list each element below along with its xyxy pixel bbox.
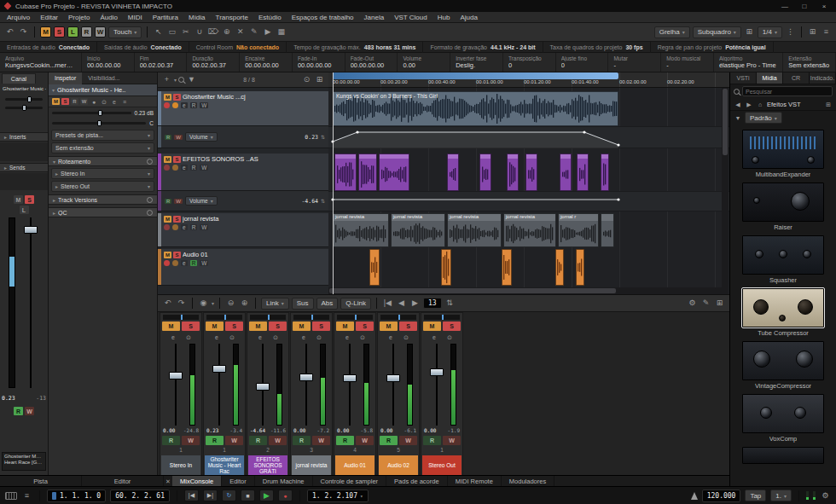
snapshot-icon[interactable]: ⊙	[301, 74, 312, 85]
channel-options-icon[interactable]: ⊙	[445, 333, 454, 341]
mixconsole-settings-icon[interactable]: ⚙	[687, 298, 698, 309]
minimize-button[interactable]: —	[777, 1, 792, 11]
read-automation-button[interactable]: R	[165, 135, 171, 140]
output-level-icon[interactable]: ⚙	[820, 490, 831, 501]
channel-name[interactable]: Stereo Out	[422, 455, 462, 475]
status-record-format[interactable]: Formato de gravação44.1 kHz - 24 bit	[423, 42, 543, 53]
view-options-icon[interactable]: ⊞	[824, 99, 833, 110]
keyboard-icon[interactable]	[5, 492, 17, 500]
track-row-audio01[interactable]: M S Audio 01 e R W	[158, 249, 328, 286]
tempo-display[interactable]: 120.000	[702, 490, 741, 502]
tab-drum-machine[interactable]: Drum Machine	[255, 476, 313, 487]
edit-channel-icon[interactable]: e	[212, 333, 221, 341]
cycle-button[interactable]: ↻	[222, 490, 236, 501]
fader-handle[interactable]	[256, 383, 270, 391]
audio-clip-kungs[interactable]: Kungs vs Cookin' on 3 Burners - This Gir…	[333, 91, 618, 126]
mute-button[interactable]: M	[14, 195, 23, 204]
tab-pista[interactable]: Pista	[0, 476, 82, 487]
tab-cr[interactable]: CR	[783, 72, 810, 84]
solo-button[interactable]: S	[173, 156, 181, 163]
jornal-clip[interactable]: jornal revista	[391, 213, 445, 247]
automation-lane-volume[interactable]: R W Volume▾ -4.64 ⇅	[158, 191, 328, 211]
solo-button[interactable]: S	[182, 322, 200, 331]
mute-button[interactable]: M	[423, 322, 441, 331]
input-routing-select[interactable]: ▸Stereo In▾	[51, 168, 154, 179]
menu-transporte[interactable]: Transporte	[216, 14, 248, 21]
tab-midi-remote[interactable]: MIDI Remote	[448, 476, 502, 487]
write-automation-button[interactable]: W	[443, 436, 461, 445]
plugin-item-multibandexpander[interactable]: MultibandExpander	[730, 125, 836, 178]
mute-button[interactable]: M	[164, 252, 171, 258]
automation-mode-select[interactable]: Touch▾	[108, 26, 142, 38]
menu-midia[interactable]: Mídia	[189, 14, 206, 21]
audio01-clip[interactable]	[502, 249, 512, 286]
track-name[interactable]: jornal revista	[183, 215, 326, 223]
menu-arquivo[interactable]: Arquivo	[7, 14, 30, 21]
record-enable-icon[interactable]: ●	[90, 96, 98, 107]
fx-audio-clip[interactable]	[334, 154, 357, 191]
timeline-ruler[interactable]: 00.00.00.00 00.00.20.00 00.00.40.00 00.0…	[328, 72, 729, 88]
monitor-icon[interactable]	[172, 260, 178, 266]
audio01-clip[interactable]	[441, 249, 451, 286]
channel-name[interactable]: Audio 02	[379, 455, 418, 475]
write-automation-button[interactable]: W	[200, 165, 208, 171]
inserts-section-header[interactable]: ▸Inserts	[0, 132, 48, 142]
mixer-channel-jornal[interactable]: MS e⊙ 0.00-7.2 RW 3 jornal revista	[290, 312, 333, 476]
close-button[interactable]: ×	[816, 1, 832, 11]
track-name[interactable]: EFEITOS SONOROS ..AS	[183, 155, 326, 163]
pan-control[interactable]	[293, 315, 329, 320]
zoom-tool-icon[interactable]: ⊕	[221, 26, 232, 38]
time-signature-select[interactable]: 1.▾	[770, 490, 792, 501]
filter-tracks-icon[interactable]: ▼	[186, 74, 197, 85]
info-inverter-fase[interactable]: Inverter faseDeslig.	[450, 53, 503, 72]
edit-channel-icon[interactable]: e	[256, 333, 264, 341]
section-options-icon[interactable]	[147, 159, 153, 165]
canal-volume-mini-slider[interactable]	[5, 98, 43, 101]
jornal-clip[interactable]: jornal revista	[503, 213, 556, 247]
setup-window-layout-icon[interactable]: ⊞	[807, 26, 818, 38]
mute-button[interactable]: M	[52, 98, 60, 105]
pan-slider[interactable]	[52, 122, 146, 125]
go-next-marker-button[interactable]: ▶|	[203, 490, 218, 501]
fx-audio-clip[interactable]	[379, 154, 409, 191]
next-bank-icon[interactable]: ▶	[409, 298, 421, 309]
tab-controle-de-sampler[interactable]: Controle de sampler	[313, 476, 387, 487]
audio01-clip[interactable]	[369, 249, 380, 286]
record-button[interactable]: ●	[278, 490, 293, 501]
write-automation-button[interactable]: W	[200, 224, 208, 230]
edit-channel-icon[interactable]: e	[386, 333, 395, 341]
routing-section-header[interactable]: ▾Roteamento	[49, 156, 157, 166]
edit-channel-icon[interactable]: e	[181, 260, 188, 266]
read-automation-button[interactable]: R	[249, 436, 267, 445]
solo-button[interactable]: S	[173, 94, 181, 101]
write-automation-button[interactable]: W	[182, 436, 200, 445]
info-volume[interactable]: Volume0.00	[398, 53, 450, 72]
jornal-clip[interactable]: jornal revista	[447, 213, 502, 247]
listen-button[interactable]: L	[20, 206, 29, 214]
tab-inspetor[interactable]: Inspetor	[49, 72, 82, 84]
mute-button[interactable]: M	[162, 322, 180, 331]
tab-editor-left[interactable]: Editor	[82, 476, 164, 487]
fx-audio-clip[interactable]	[507, 154, 519, 191]
plugin-item-raiser[interactable]: Raiser	[730, 178, 836, 231]
automation-lane-volume[interactable]: R W Volume▾ 0.23 ⇅	[158, 126, 328, 148]
mixer-channel-audio01[interactable]: MS e⊙ 0.00-5.8 RW 4 Audio 01	[334, 312, 376, 476]
go-previous-marker-button[interactable]: |◀	[184, 490, 199, 501]
write-automation-button[interactable]: W	[174, 135, 183, 140]
inserts-slot-box[interactable]	[0, 142, 48, 161]
solo-button[interactable]: S	[61, 98, 69, 105]
cycle-region[interactable]	[333, 72, 618, 79]
mixer-channel-audio02[interactable]: MS e⊙ 0.00-6.1 RW 5 Audio 02	[377, 312, 420, 476]
menu-partitura[interactable]: Partitura	[153, 14, 178, 21]
search-tracks-icon[interactable]	[178, 77, 184, 83]
track-list-options-icon[interactable]: ⊞	[314, 74, 325, 85]
canal-pan-mini-slider[interactable]	[5, 107, 43, 109]
jornal-clip[interactable]	[601, 213, 614, 247]
mute-button[interactable]: M	[336, 322, 354, 331]
freeze-icon[interactable]: ≡	[120, 96, 129, 107]
fader-handle[interactable]	[386, 374, 400, 382]
search-input[interactable]	[742, 86, 833, 96]
status-frame-rate[interactable]: Taxa de quadros do projeto30 fps	[543, 42, 651, 53]
info-fim[interactable]: Fim00.02.00.37	[135, 53, 188, 72]
record-enable-icon[interactable]	[164, 165, 170, 171]
